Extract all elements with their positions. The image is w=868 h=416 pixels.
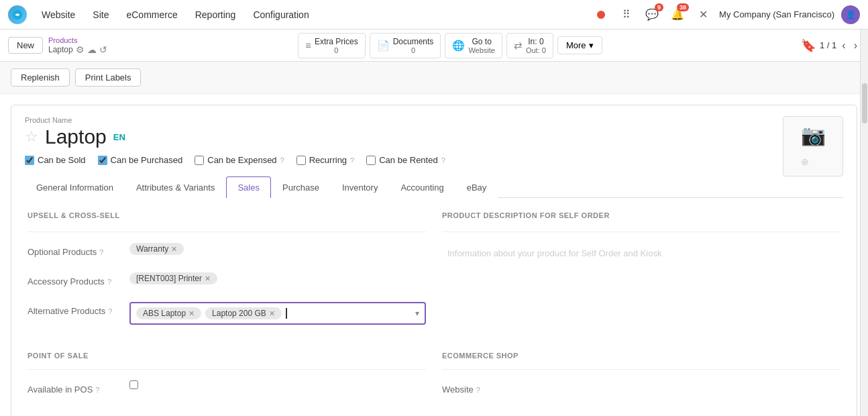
alternative-help-icon[interactable]: ? bbox=[108, 307, 112, 315]
printer-remove-button[interactable]: ✕ bbox=[205, 274, 211, 283]
out-label: Out: 0 bbox=[526, 46, 546, 54]
documents-button[interactable]: 📄 Documents 0 bbox=[370, 33, 441, 58]
expensed-help-icon[interactable]: ? bbox=[280, 156, 284, 164]
action-bar: Replenish Print Labels bbox=[0, 62, 868, 94]
goto-website-button[interactable]: 🌐 Go to Website bbox=[445, 33, 502, 58]
sales-right-col: PRODUCT DESCRIPTION FOR SELF ORDER Infor… bbox=[442, 211, 840, 333]
extra-prices-count: 0 bbox=[315, 46, 358, 54]
alt-products-dropdown-icon[interactable]: ▾ bbox=[415, 309, 419, 318]
product-image[interactable]: 📷⊕ bbox=[783, 116, 843, 176]
top-navigation: Website Site eCommerce Reporting Configu… bbox=[0, 0, 868, 30]
abs-laptop-tag: ABS Laptop ✕ bbox=[136, 307, 201, 319]
alerts-badge: 38 bbox=[677, 3, 689, 11]
transfer-icon: ⇄ bbox=[514, 40, 523, 52]
new-button[interactable]: New bbox=[8, 37, 43, 54]
nav-configuration[interactable]: Configuration bbox=[249, 7, 313, 23]
sales-tab-content: UPSELL & CROSS-SELL Optional Products ? … bbox=[25, 198, 843, 410]
more-dropdown-icon: ▾ bbox=[589, 40, 594, 50]
can-be-expensed-checkbox[interactable]: Can be Expensed ? bbox=[195, 155, 284, 165]
company-name: My Company (San Francisco) bbox=[719, 9, 834, 19]
bottom-two-col: POINT OF SALE Available in POS ? ECOMMER… bbox=[28, 352, 840, 410]
nav-ecommerce[interactable]: eCommerce bbox=[122, 7, 181, 23]
sales-two-col: UPSELL & CROSS-SELL Optional Products ? … bbox=[28, 211, 840, 333]
warranty-tag: Warranty ✕ bbox=[129, 243, 184, 255]
abs-laptop-remove-button[interactable]: ✕ bbox=[188, 309, 195, 318]
breadcrumb-parent[interactable]: Products bbox=[48, 36, 107, 44]
scrollbar[interactable] bbox=[860, 30, 868, 416]
warranty-remove-button[interactable]: ✕ bbox=[171, 245, 177, 254]
pagination: 1 / 1 ‹ › bbox=[820, 38, 860, 53]
available-in-pos-checkbox[interactable] bbox=[129, 380, 138, 389]
tab-accounting[interactable]: Accounting bbox=[389, 176, 455, 198]
documents-label: Documents bbox=[393, 37, 434, 46]
optional-help-icon[interactable]: ? bbox=[99, 248, 103, 256]
scrollbar-thumb[interactable] bbox=[862, 83, 867, 123]
in-label: In: 0 bbox=[526, 37, 546, 46]
laptop-200gb-remove-button[interactable]: ✕ bbox=[269, 309, 275, 318]
favorite-star-icon[interactable]: ☆ bbox=[25, 128, 38, 146]
can-be-sold-checkbox[interactable]: Can be Sold bbox=[25, 155, 86, 165]
self-order-placeholder[interactable]: Information about your product for Self … bbox=[442, 243, 840, 264]
pos-help-icon[interactable]: ? bbox=[95, 386, 99, 394]
website-row: Website ? bbox=[442, 380, 840, 402]
next-page-button[interactable]: › bbox=[851, 38, 860, 53]
printer-tag: [RENT003] Printer ✕ bbox=[129, 272, 217, 284]
accessory-help-icon[interactable]: ? bbox=[107, 278, 111, 286]
alerts-icon[interactable]: 🔔 38 bbox=[668, 5, 687, 24]
recurring-checkbox[interactable]: Recurring ? bbox=[296, 155, 354, 165]
ecommerce-section-title: ECOMMERCE SHOP bbox=[442, 352, 840, 360]
tab-inventory[interactable]: Inventory bbox=[331, 176, 389, 198]
replenish-button[interactable]: Replenish bbox=[11, 68, 70, 87]
tab-sales[interactable]: Sales bbox=[226, 176, 271, 198]
messages-icon[interactable]: 💬 9 bbox=[643, 5, 661, 24]
extra-prices-button[interactable]: ≡ Extra Prices 0 bbox=[298, 33, 365, 58]
goto-sub: Website bbox=[468, 46, 495, 54]
accessory-products-row: Accessory Products ? [RENT003] Printer ✕ bbox=[28, 272, 426, 294]
user-avatar[interactable]: 👤 bbox=[841, 5, 860, 24]
more-button[interactable]: More ▾ bbox=[557, 36, 602, 54]
product-title-row: ☆ Laptop EN bbox=[25, 125, 769, 148]
product-header: Product Name ☆ Laptop EN Can be Sold Can… bbox=[25, 116, 843, 176]
cloud-icon[interactable]: ☁ bbox=[87, 44, 97, 55]
tab-general-information[interactable]: General Information bbox=[25, 176, 125, 198]
recurring-help-icon[interactable]: ? bbox=[350, 156, 354, 164]
self-order-section-title: PRODUCT DESCRIPTION FOR SELF ORDER bbox=[442, 211, 840, 222]
product-title[interactable]: Laptop bbox=[45, 125, 107, 148]
nav-website[interactable]: Website bbox=[38, 7, 79, 23]
app-logo[interactable] bbox=[8, 5, 27, 24]
checkboxes-row: Can be Sold Can be Purchased Can be Expe… bbox=[25, 155, 769, 165]
nav-site[interactable]: Site bbox=[89, 7, 113, 23]
in-out-button[interactable]: ⇄ In: 0 Out: 0 bbox=[506, 33, 553, 58]
ecommerce-col: ECOMMERCE SHOP Website ? bbox=[442, 352, 840, 410]
breadcrumb: Products Laptop ⚙ ☁ ↺ bbox=[48, 36, 107, 55]
can-be-purchased-checkbox[interactable]: Can be Purchased bbox=[98, 155, 183, 165]
goto-label: Go to bbox=[468, 37, 495, 46]
documents-count: 0 bbox=[393, 46, 434, 54]
settings-gear-icon[interactable]: ⚙ bbox=[76, 44, 85, 55]
print-labels-button[interactable]: Print Labels bbox=[75, 68, 142, 87]
tab-purchase[interactable]: Purchase bbox=[271, 176, 331, 198]
settings-icon[interactable]: ✕ bbox=[694, 5, 712, 24]
language-badge[interactable]: EN bbox=[113, 132, 125, 142]
status-dot-icon[interactable] bbox=[592, 5, 610, 24]
nav-reporting[interactable]: Reporting bbox=[191, 7, 240, 23]
toolbar-stats: ≡ Extra Prices 0 📄 Documents 0 🌐 Go to W… bbox=[298, 33, 602, 58]
pos-col: POINT OF SALE Available in POS ? bbox=[28, 352, 426, 410]
tab-attributes-variants[interactable]: Attributes & Variants bbox=[125, 176, 227, 198]
tab-ebay[interactable]: eBay bbox=[455, 176, 498, 198]
grid-icon[interactable]: ⠿ bbox=[617, 5, 636, 24]
available-in-pos-row: Available in POS ? bbox=[28, 380, 426, 402]
product-form: Product Name ☆ Laptop EN Can be Sold Can… bbox=[11, 105, 857, 416]
rented-help-icon[interactable]: ? bbox=[441, 156, 445, 164]
bookmark-icon[interactable]: 🔖 bbox=[801, 38, 816, 53]
company-selector[interactable]: My Company (San Francisco) bbox=[719, 9, 834, 19]
undo-icon[interactable]: ↺ bbox=[99, 44, 107, 55]
extra-prices-label: Extra Prices bbox=[315, 37, 358, 46]
camera-icon: 📷⊕ bbox=[801, 123, 826, 170]
prev-page-button[interactable]: ‹ bbox=[839, 38, 848, 53]
website-help-icon[interactable]: ? bbox=[476, 386, 480, 394]
accessory-products-value: [RENT003] Printer ✕ bbox=[129, 272, 426, 284]
can-be-rented-checkbox[interactable]: Can be Rented ? bbox=[366, 155, 445, 165]
alternative-products-field[interactable]: ABS Laptop ✕ Laptop 200 GB ✕ ▾ bbox=[129, 302, 426, 325]
laptop-200gb-tag: Laptop 200 GB ✕ bbox=[205, 307, 282, 319]
